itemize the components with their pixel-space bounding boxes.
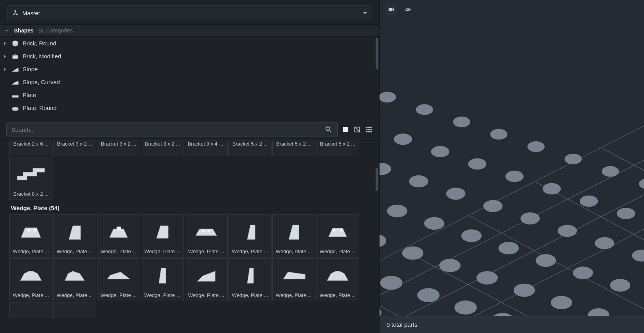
svg-point-110	[514, 284, 535, 297]
part-cell[interactable]: Wedge, Plate ...	[141, 258, 184, 301]
part-cell[interactable]: Bracket 2 x 6 ...	[9, 140, 52, 156]
grid-row: Bracket 2 x 6 ... Bracket 3 x 2 ... Brac…	[9, 140, 379, 156]
part-cell[interactable]: Wedge, Plate ...	[316, 258, 359, 301]
svg-marker-49	[107, 272, 130, 279]
tree-item[interactable]: Plate, Modified	[0, 114, 379, 119]
tree-item-label: Slope, Curved	[23, 79, 60, 85]
svg-point-101	[536, 254, 556, 267]
part-cell[interactable]: Wedge, Plate ...	[228, 214, 272, 257]
svg-point-103	[610, 279, 630, 292]
part-cell[interactable]: Wedge, Plate ...	[9, 214, 52, 257]
tree-item[interactable]: · Plate, Round	[0, 101, 379, 114]
part-cell[interactable]: Bracket 5 x 2 ...	[228, 140, 272, 156]
part-cell[interactable]: Wedge, Plate ...	[97, 214, 140, 257]
part-cell[interactable]	[53, 302, 96, 318]
part-cell[interactable]: Wedge, Plate ...	[185, 214, 228, 257]
tree-item-label: Plate	[23, 92, 36, 98]
part-cell[interactable]: Wedge, Plate ...	[53, 258, 96, 301]
tree-item[interactable]: Brick, Modified	[0, 50, 379, 63]
part-cell[interactable]: Wedge, Plate ...	[272, 258, 315, 301]
part-cell[interactable]: Wedge, Plate ...	[9, 258, 52, 301]
tree-item[interactable]: · Plate	[0, 88, 379, 101]
grid-row: Bracket 8 x 2 ...	[9, 157, 379, 200]
part-cell[interactable]: Bracket 8 x 2 ...	[9, 157, 52, 200]
slope-curved-icon	[11, 78, 20, 86]
svg-point-46	[340, 230, 343, 232]
svg-point-100	[498, 242, 519, 254]
tree-item[interactable]: · Slope, Curved	[0, 76, 379, 88]
part-thumbnail	[10, 215, 52, 248]
brick-round-icon	[11, 39, 20, 48]
part-label: Bracket 3 x 4 -...	[185, 141, 227, 149]
search-icon[interactable]	[325, 126, 333, 133]
part-cell[interactable]: Bracket 3 x 2 ...	[53, 140, 96, 156]
svg-point-17	[326, 127, 330, 131]
tree-item-label: Brick, Modified	[23, 53, 61, 59]
part-cell[interactable]: Wedge, Plate ...	[141, 214, 184, 257]
part-cell[interactable]	[9, 302, 52, 318]
part-label: Wedge, Plate ...	[141, 292, 183, 301]
svg-marker-57	[392, 8, 394, 11]
camera-button[interactable]	[386, 4, 397, 15]
svg-point-12	[12, 107, 18, 110]
svg-marker-44	[329, 228, 347, 237]
part-cell[interactable]: Wedge, Plate ...	[272, 214, 315, 257]
grid-row: Wedge, Plate ... Wedge, Plate ... Wedge,…	[9, 258, 379, 301]
part-cell[interactable]: Bracket 3 x 4 -...	[185, 140, 228, 156]
part-thumbnail	[10, 157, 52, 191]
chevron-right-icon[interactable]	[2, 54, 8, 59]
part-label: Bracket 8 x 2 ...	[10, 191, 52, 200]
part-cell[interactable]: Wedge, Plate ...	[53, 214, 96, 257]
part-cell[interactable]: Wedge, Plate ...	[97, 258, 140, 301]
svg-point-116	[417, 288, 439, 302]
part-cell[interactable]: Bracket 5 x 2 ...	[316, 140, 359, 156]
viewport-3d[interactable]: // procedurally place studs in the SVG f…	[380, 19, 644, 316]
part-cell[interactable]: Wedge, Plate ...	[185, 258, 228, 301]
parts-scrollbar[interactable]	[376, 168, 378, 191]
svg-line-18	[330, 131, 332, 133]
part-thumbnail	[185, 215, 227, 248]
tree-item[interactable]: Slope	[0, 63, 379, 76]
chevron-right-icon[interactable]	[2, 118, 8, 119]
pattern-filter-icon[interactable]	[353, 126, 361, 133]
model-selector[interactable]: Master	[7, 5, 372, 20]
grid-row	[9, 302, 379, 318]
tree-scrollbar[interactable]	[376, 38, 378, 69]
chevron-right-icon[interactable]	[2, 67, 8, 72]
expand-placeholder: ·	[2, 79, 8, 85]
grid-view-icon[interactable]	[365, 126, 373, 133]
part-cell[interactable]: Wedge, Plate ...	[316, 214, 359, 257]
slope-icon	[11, 65, 20, 74]
search-row: Search...	[0, 119, 379, 140]
svg-line-61	[380, 110, 644, 299]
svg-point-93	[595, 237, 614, 249]
svg-rect-23	[368, 127, 370, 128]
search-input[interactable]: Search...	[6, 122, 338, 137]
part-thumbnail	[229, 215, 271, 248]
svg-point-117	[454, 301, 477, 315]
svg-rect-28	[366, 131, 368, 133]
svg-point-88	[409, 175, 428, 187]
part-cell[interactable]: Wedge, Plate ...	[228, 258, 272, 301]
svg-marker-54	[327, 271, 348, 281]
expand-placeholder: ·	[2, 105, 8, 111]
part-cell[interactable]: Bracket 3 x 2 ...	[141, 140, 184, 156]
svg-point-9	[13, 95, 15, 96]
part-cell[interactable]: Bracket 3 x 2 ...	[97, 140, 140, 156]
svg-point-41	[207, 230, 210, 232]
chevron-down-icon[interactable]	[4, 28, 9, 33]
svg-line-65	[403, 250, 644, 316]
color-filter-icon[interactable]	[342, 126, 349, 133]
status-text: 0 total parts	[387, 321, 417, 328]
tab-shapes[interactable]: Shapes	[14, 27, 34, 34]
part-thumbnail	[54, 259, 96, 292]
svg-point-75	[602, 166, 619, 176]
tab-bl-categories[interactable]: BL Categories	[38, 27, 73, 34]
svg-rect-29	[368, 131, 370, 133]
svg-point-98	[424, 217, 444, 230]
part-cell[interactable]: Bracket 5 x 2 ...	[272, 140, 315, 156]
tree-item[interactable]: Brick, Round	[0, 37, 379, 50]
chevron-right-icon[interactable]	[2, 41, 8, 46]
svg-point-78	[394, 133, 412, 145]
orbit-button[interactable]	[402, 4, 413, 15]
